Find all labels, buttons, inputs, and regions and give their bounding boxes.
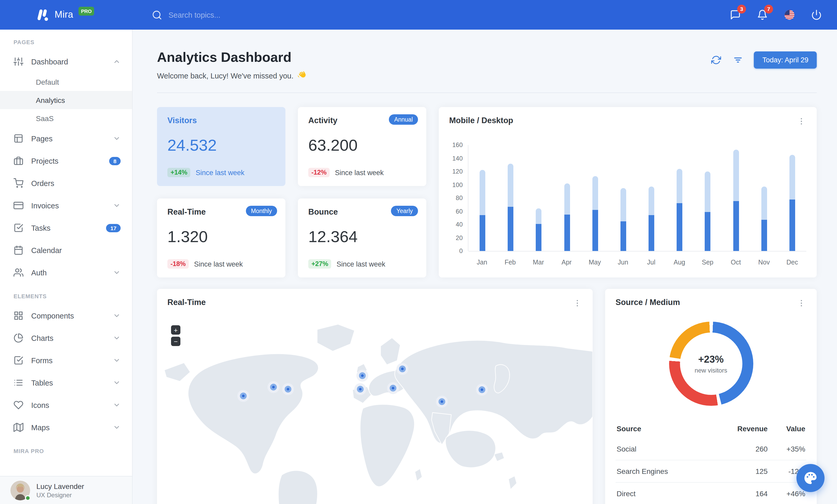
brand[interactable]: Mira PRO: [35, 8, 152, 21]
chevron-down-icon: [113, 202, 121, 209]
sidebar-item-projects[interactable]: Projects8: [0, 150, 132, 172]
sidebar-item-label: Maps: [31, 423, 50, 431]
chevron-down-icon: [113, 401, 121, 409]
chevron-down-icon: [113, 379, 121, 387]
world-map[interactable]: + −: [157, 318, 593, 504]
x-axis-label: Mar: [524, 259, 553, 266]
bar-oct: [722, 145, 750, 251]
map-marker[interactable]: [270, 384, 277, 390]
map-marker[interactable]: [439, 398, 445, 405]
sidebar-item-label: Tasks: [31, 224, 50, 232]
map-marker[interactable]: [390, 385, 396, 392]
sidebar-item-label: Tables: [31, 378, 53, 387]
x-axis-label: Apr: [553, 259, 581, 266]
pro-badge: PRO: [78, 7, 94, 16]
map-icon: [14, 423, 23, 432]
sidebar-item-orders[interactable]: Orders: [0, 172, 132, 194]
map-menu-button[interactable]: [572, 298, 582, 308]
sidebar-subitem-saas[interactable]: SaaS: [0, 109, 132, 127]
map-marker[interactable]: [240, 393, 247, 399]
x-axis-label: Nov: [750, 259, 778, 266]
date-range-button[interactable]: Today: April 29: [754, 52, 817, 69]
chevron-down-icon: [113, 356, 121, 364]
sidebar-item-pages[interactable]: Pages: [0, 127, 132, 150]
calendar-icon: [14, 245, 23, 255]
sign-out-button[interactable]: [806, 4, 826, 25]
bar-nov: [750, 145, 778, 251]
sidebar-item-forms[interactable]: Forms: [0, 349, 132, 372]
map-marker[interactable]: [285, 386, 291, 393]
stat-cards-grid: Visitors24.532+14%Since last weekActivit…: [157, 107, 426, 278]
map-marker[interactable]: [359, 372, 366, 379]
y-axis-tick: 0: [459, 247, 463, 255]
sidebar-section-label: MIRA PRO: [0, 438, 132, 459]
sidebar-section-label: ELEMENTS: [0, 284, 132, 304]
map-zoom-in-button[interactable]: +: [171, 325, 180, 335]
header-actions: Today: April 29: [707, 49, 817, 69]
sidebar-item-tables[interactable]: Tables: [0, 372, 132, 394]
sidebar-item-calendar[interactable]: Calendar: [0, 239, 132, 261]
kebab-icon: [797, 117, 805, 126]
bar-aug: [665, 145, 694, 251]
table-row: Search Engines125-12%: [616, 460, 806, 482]
us-flag-icon: [784, 10, 794, 20]
sidebar-item-label: Projects: [31, 157, 58, 165]
donut-chart-title: Source / Medium: [616, 298, 680, 307]
sidebar-item-label: Icons: [31, 401, 49, 409]
filter-button[interactable]: [729, 52, 747, 68]
chevron-down-icon: [113, 379, 121, 387]
source-donut-chart: +23% new visitors: [669, 322, 753, 406]
map-marker[interactable]: [399, 366, 406, 372]
search-input[interactable]: [168, 11, 335, 19]
layout-icon: [14, 133, 23, 144]
sidebar-item-dashboard[interactable]: Dashboard: [0, 50, 132, 73]
credit-card-icon: [14, 201, 23, 210]
source-menu-button[interactable]: [796, 298, 806, 308]
bar-chart-menu-button[interactable]: [796, 116, 806, 126]
refresh-button[interactable]: [707, 52, 725, 68]
chevron-down-icon: [113, 424, 121, 431]
period-chip: Monthly: [246, 206, 277, 216]
sidebar-subitem-analytics[interactable]: Analytics: [0, 91, 132, 109]
bar-mar: [525, 145, 553, 251]
credit-card-icon: [14, 201, 23, 210]
sidebar-item-maps[interactable]: Maps: [0, 416, 132, 438]
heart-icon: [14, 400, 23, 410]
sidebar-subitem-default[interactable]: Default: [0, 73, 132, 91]
sidebar-item-label: Charts: [31, 334, 53, 342]
chevron-up-icon: [113, 58, 121, 66]
briefcase-icon: [14, 156, 23, 166]
sidebar-item-charts[interactable]: Charts: [0, 327, 132, 349]
page-header: Analytics Dashboard Welcome back, Lucy! …: [157, 49, 817, 93]
sidebar-item-auth[interactable]: Auth: [0, 261, 132, 284]
table-row: Direct164+46%: [616, 482, 806, 504]
delta-badge: -12%: [308, 168, 330, 177]
x-axis-label: Aug: [665, 259, 694, 266]
notifications-button[interactable]: 7: [752, 4, 772, 25]
mobile-desktop-card: Mobile / Desktop 020406080100120140160Ja…: [439, 107, 817, 278]
y-axis-tick: 120: [452, 168, 463, 175]
sidebar-item-components[interactable]: Components: [0, 304, 132, 327]
stat-value: 12.364: [308, 228, 416, 246]
notifications-count-badge: 7: [764, 4, 773, 13]
source-table: SourceRevenueValue Social260+35%Search E…: [616, 419, 806, 504]
sidebar-item-invoices[interactable]: Invoices: [0, 194, 132, 217]
bar-feb: [497, 145, 524, 251]
theme-settings-fab[interactable]: [797, 464, 824, 492]
bar-jan: [468, 145, 497, 251]
messages-button[interactable]: 3: [725, 4, 746, 25]
sidebar-item-label: Dashboard: [31, 57, 68, 66]
map-marker[interactable]: [479, 386, 485, 393]
cell-value: +35%: [769, 438, 806, 460]
calendar-icon: [14, 245, 23, 255]
map-marker[interactable]: [357, 386, 364, 393]
language-button[interactable]: [779, 4, 800, 25]
filter-icon: [733, 55, 743, 65]
bar-chart-title: Mobile / Desktop: [449, 116, 513, 125]
sidebar-item-icons[interactable]: Icons: [0, 394, 132, 416]
sidebar-item-tasks[interactable]: Tasks17: [0, 217, 132, 239]
search: [152, 10, 335, 20]
grid-icon: [14, 311, 23, 321]
user-panel[interactable]: Lucy Lavender UX Designer: [0, 476, 132, 504]
map-zoom-out-button[interactable]: −: [171, 337, 180, 346]
